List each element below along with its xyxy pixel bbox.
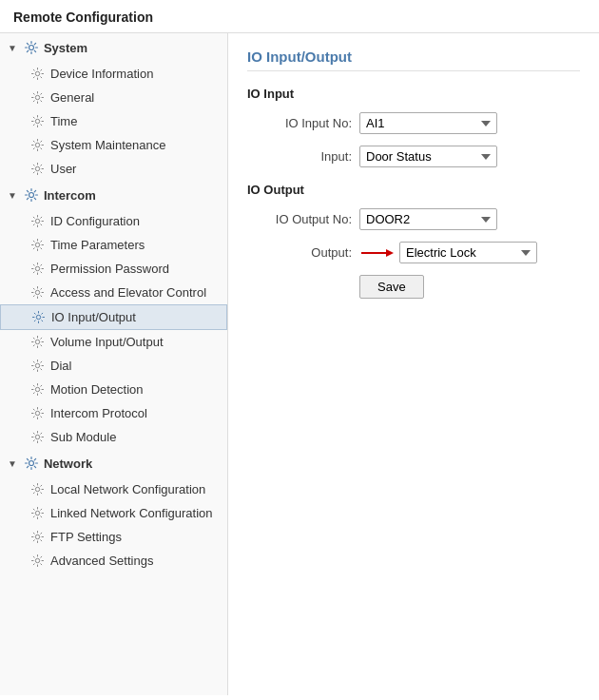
intercom-arrow-icon: ▼: [8, 190, 17, 201]
svg-point-15: [35, 411, 39, 415]
advanced-settings-icon: [30, 554, 45, 568]
time-label: Time: [50, 114, 77, 128]
sidebar-section-system: ▼ System Device Information: [0, 33, 227, 181]
content-area: IO Input/Output IO Input IO Input No: AI…: [228, 33, 599, 695]
svg-point-7: [35, 219, 39, 223]
io-input-row: Input: Door Status Normal Open Normal Cl…: [247, 146, 580, 167]
sidebar-item-volume-input-output[interactable]: Volume Input/Output: [0, 330, 227, 354]
svg-point-13: [35, 363, 39, 367]
svg-point-8: [35, 243, 39, 246]
volume-icon: [30, 335, 45, 349]
linked-network-label: Linked Network Configuration: [50, 506, 213, 520]
sidebar-item-access-elevator[interactable]: Access and Elevator Control: [0, 281, 227, 304]
svg-point-18: [35, 487, 39, 491]
svg-point-11: [36, 315, 40, 319]
access-elevator-label: Access and Elevator Control: [50, 285, 206, 300]
svg-point-10: [35, 290, 39, 294]
sidebar-group-system[interactable]: ▼ System: [0, 33, 227, 62]
sidebar-group-system-label: System: [44, 41, 87, 55]
sidebar-item-device-information[interactable]: Device Information: [0, 62, 227, 86]
system-maintenance-label: System Maintenance: [50, 138, 165, 152]
content-title: IO Input/Output: [247, 49, 580, 71]
svg-point-1: [35, 71, 39, 75]
sidebar-item-dial[interactable]: Dial: [0, 354, 227, 378]
sidebar-item-user[interactable]: User: [0, 157, 227, 181]
id-config-icon: [30, 214, 45, 228]
permission-password-label: Permission Password: [50, 262, 169, 276]
io-input-section-title: IO Input: [247, 87, 580, 101]
sidebar-item-permission-password[interactable]: Permission Password: [0, 257, 227, 281]
sidebar-item-intercom-protocol[interactable]: Intercom Protocol: [0, 401, 227, 425]
motion-detection-icon: [30, 382, 45, 397]
intercom-group-icon: [24, 187, 39, 203]
svg-point-3: [35, 119, 39, 123]
io-output-no-row: IO Output No: DOOR1 DOOR2 DOOR3: [247, 208, 580, 230]
sidebar-item-system-maintenance[interactable]: System Maintenance: [0, 133, 227, 157]
device-information-icon: [30, 67, 45, 81]
svg-point-2: [35, 95, 39, 99]
io-input-label: Input:: [247, 149, 352, 164]
sidebar-item-sub-module[interactable]: Sub Module: [0, 425, 227, 449]
sidebar-item-ftp-settings[interactable]: FTP Settings: [0, 525, 227, 549]
dial-label: Dial: [50, 359, 71, 373]
svg-point-5: [35, 166, 39, 170]
sidebar-item-local-network[interactable]: Local Network Configuration: [0, 477, 227, 501]
sidebar-item-id-configuration[interactable]: ID Configuration: [0, 209, 227, 233]
permission-icon: [30, 262, 45, 276]
io-input-no-row: IO Input No: AI1 AI2 AI3 AI4: [247, 112, 580, 134]
sidebar-group-network[interactable]: ▼ Network: [0, 449, 227, 477]
time-parameters-label: Time Parameters: [50, 238, 145, 252]
io-output-no-select[interactable]: DOOR1 DOOR2 DOOR3: [359, 208, 497, 230]
linked-network-icon: [30, 506, 45, 520]
sidebar-item-motion-detection[interactable]: Motion Detection: [0, 378, 227, 401]
sidebar-item-linked-network[interactable]: Linked Network Configuration: [0, 501, 227, 525]
motion-detection-label: Motion Detection: [50, 382, 144, 397]
save-button[interactable]: Save: [359, 275, 424, 299]
intercom-protocol-icon: [30, 406, 45, 420]
sidebar-item-time[interactable]: Time: [0, 109, 227, 133]
user-icon: [30, 162, 45, 176]
svg-point-9: [35, 266, 39, 270]
svg-point-20: [35, 535, 39, 538]
io-input-no-select[interactable]: AI1 AI2 AI3 AI4: [359, 112, 497, 134]
svg-point-4: [35, 143, 39, 146]
svg-marker-23: [386, 249, 394, 257]
general-icon: [30, 90, 45, 105]
svg-point-17: [29, 461, 33, 466]
io-input-output-label: IO Input/Output: [51, 310, 136, 324]
sidebar-item-general[interactable]: General: [0, 86, 227, 109]
header-title: Remote Configuration: [13, 10, 153, 25]
sub-module-label: Sub Module: [50, 430, 116, 444]
svg-point-21: [35, 558, 39, 562]
sidebar-section-intercom: ▼ Intercom ID Configuration Time Paramet…: [0, 181, 227, 449]
io-input-select[interactable]: Door Status Normal Open Normal Close: [359, 146, 497, 167]
sidebar-group-intercom[interactable]: ▼ Intercom: [0, 181, 227, 209]
svg-point-12: [35, 340, 39, 343]
access-elevator-icon: [30, 285, 45, 300]
svg-point-16: [35, 435, 39, 438]
red-arrow-indicator: [359, 245, 396, 261]
sidebar-group-network-label: Network: [44, 457, 92, 471]
page-header: Remote Configuration: [0, 0, 599, 33]
sub-module-icon: [30, 430, 45, 444]
sidebar-item-io-input-output[interactable]: IO Input/Output: [0, 304, 227, 330]
system-maintenance-icon: [30, 138, 45, 152]
local-network-label: Local Network Configuration: [50, 482, 205, 496]
advanced-settings-label: Advanced Settings: [50, 554, 153, 568]
volume-input-output-label: Volume Input/Output: [50, 335, 164, 349]
dial-icon: [30, 359, 45, 373]
sidebar-item-advanced-settings[interactable]: Advanced Settings: [0, 549, 227, 573]
time-icon: [30, 114, 45, 128]
general-label: General: [50, 90, 94, 105]
io-output-select[interactable]: Electric Lock Normal Open Normal Close: [399, 242, 537, 263]
user-label: User: [50, 162, 76, 176]
sidebar-item-time-parameters[interactable]: Time Parameters: [0, 233, 227, 257]
io-output-label: Output:: [247, 245, 352, 260]
sidebar: ▼ System Device Information: [0, 33, 228, 695]
arrow-icon: ▼: [8, 43, 17, 53]
network-arrow-icon: ▼: [8, 458, 17, 469]
sidebar-section-network: ▼ Network Local Network Configuration Li…: [0, 449, 227, 573]
network-group-icon: [24, 456, 39, 471]
io-input-output-icon: [31, 310, 46, 324]
svg-point-6: [29, 193, 33, 198]
